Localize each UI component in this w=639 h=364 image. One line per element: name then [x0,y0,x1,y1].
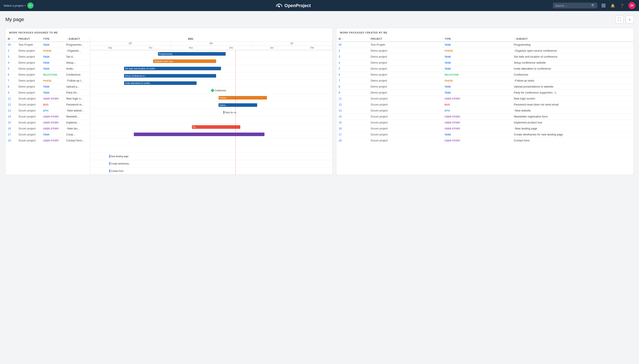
search-box[interactable]: 🔍 [553,3,597,8]
id-link[interactable]: 6 [339,73,340,76]
id-link[interactable]: 14 [339,115,342,118]
user-avatar[interactable]: JK [628,2,635,9]
id-link[interactable]: 4 [339,61,340,64]
col-type-created: TYPE [442,36,512,42]
grid-menu-button[interactable] [600,2,607,9]
col-project-created: PROJECT [368,36,442,42]
id-link[interactable]: 3 [8,55,9,58]
assigned-panel-body: ID ↑ PROJECT TYPE ↕ SUBJECT 50 Test Proj… [6,36,332,175]
id-link[interactable]: 13 [339,109,342,112]
table-row: 17 Scrum project TASK Creat... [6,132,90,138]
id-link[interactable]: 11 [339,97,342,100]
today-line [235,50,236,175]
table-row: 17 Scrum project TASK Create wireframes … [336,132,633,138]
col-type-assigned: TYPE [41,36,64,42]
id-link[interactable]: 13 [8,109,11,112]
cell-id: 3 [336,54,368,60]
table-row: 14 Scrum project USER STORY Newsletter r… [336,114,633,120]
id-link[interactable]: 11 [8,97,11,100]
id-link[interactable]: 15 [339,121,342,124]
id-link[interactable]: 17 [339,133,342,136]
col-id-assigned[interactable]: ID ↑ [6,36,16,42]
cell-id: 18 [6,138,16,144]
table-row: 18 Scrum project USER STORY Contact form… [6,138,90,144]
type-badge: PHASE [43,79,52,82]
id-link[interactable]: 5 [8,67,9,70]
id-link[interactable]: 8 [8,85,9,88]
table-row: 18 Scrum project USER STORY Contact form [336,138,633,144]
cell-id: 16 [6,126,16,132]
cell-type: USER STORY [442,126,512,132]
cell-subject: Setup... [64,60,90,66]
id-link[interactable]: 16 [8,127,11,130]
cell-id: 8 [6,84,16,90]
gantt-bar-label: Contact form [111,170,123,172]
id-link[interactable]: 4 [8,61,9,64]
gantt-row [90,116,332,124]
cell-project: Demo project [368,72,442,78]
cell-type: USER STORY [442,96,512,102]
gantt-row: Conference [90,87,332,94]
id-link[interactable]: 2 [8,49,9,52]
gantt-thin-indicator [109,162,110,165]
id-link[interactable]: 9 [8,91,9,94]
page-title: My page [5,17,24,22]
gantt-bar-label: Uploa... [219,104,227,106]
help-button[interactable]: ❓ [619,2,625,9]
cell-subject: ›Follow-up tasks [512,78,633,84]
id-link[interactable]: 12 [339,103,342,106]
id-link[interactable]: 3 [339,55,340,58]
table-row: 15 Scrum project USER STORY Implement pr… [336,120,633,126]
cell-subject: Newslett... [64,114,90,120]
cell-id: 18 [336,138,368,144]
cell-id: 11 [336,96,368,102]
id-link[interactable]: 6 [8,73,9,76]
id-link[interactable]: 12 [8,103,11,106]
cell-project: Demo project [368,90,442,96]
col-id-created[interactable]: ID ↑ [336,36,368,42]
id-link[interactable]: 7 [339,79,340,82]
col-subject-assigned: ↕ SUBJECT [64,36,90,42]
type-badge: TASK [43,44,50,46]
cell-id: 8 [336,84,368,90]
cell-id: 12 [6,102,16,108]
id-link[interactable]: 8 [339,85,340,88]
gantt-quarter: Q4 [171,42,252,46]
cell-project: Demo project [368,66,442,72]
table-row: 12 Scrum project BUG Password reset does… [336,102,633,108]
add-project-button[interactable]: + [27,2,34,9]
cell-project: Scrum project [16,138,41,144]
table-row: 8 Demo project TASK Upload presentations… [336,84,633,90]
type-badge: PHASE [445,50,453,52]
id-link[interactable]: 7 [8,79,9,82]
gantt-area: 2021 Q3Q4Q1 SepOctNovDecJanFeb Programmi… [90,36,332,175]
cell-id: 7 [6,78,16,84]
id-link[interactable]: 17 [8,133,11,136]
table-row: 13 Scrum project EPIC ›New websit... [6,108,90,114]
id-link[interactable]: 50 [8,43,11,46]
gantt-milestone-diamond [211,89,214,92]
id-link[interactable]: 18 [8,139,11,142]
id-link[interactable]: 50 [339,43,342,46]
id-link[interactable]: 18 [339,139,342,142]
cell-type: USER STORY [442,114,512,120]
id-link[interactable]: 16 [339,127,342,130]
cell-project: Demo project [16,60,41,66]
id-link[interactable]: 9 [339,91,340,94]
id-link[interactable]: 2 [339,49,340,52]
type-badge: TASK [445,56,451,58]
expand-button[interactable]: ⛶ [615,16,623,24]
id-link[interactable]: 5 [339,67,340,70]
notifications-button[interactable]: 🔔 [610,2,616,9]
id-link[interactable]: 14 [8,115,11,118]
cell-type: MILESTONE [442,72,512,78]
add-widget-button[interactable]: ＋ [626,16,634,24]
search-icon[interactable]: 🔍 [591,4,595,7]
gantt-month: Jan [252,46,292,50]
table-row: 13 Scrum project EPIC ›New website [336,108,633,114]
select-project-button[interactable]: Select a project ▾ [4,4,26,7]
table-row: 9 Demo project TASK Party for... [6,90,90,96]
id-link[interactable]: 15 [8,121,11,124]
search-input[interactable] [555,4,590,7]
gantt-bar-label: Create wireframes... [111,162,131,165]
